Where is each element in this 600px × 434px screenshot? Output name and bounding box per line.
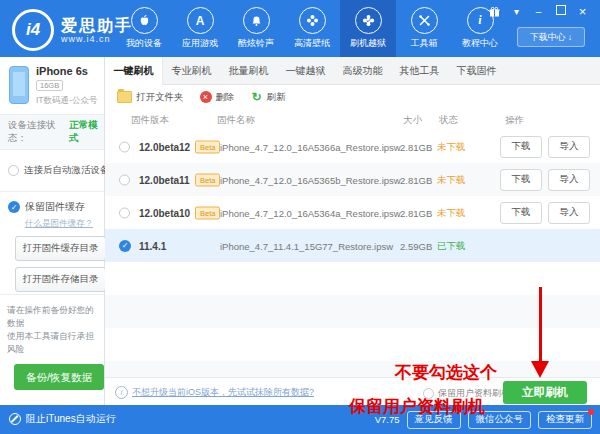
firmware-name: iPhone_4.7_12.0_16A5365b_Restore.ipsw [220, 174, 401, 185]
nav-my-device[interactable]: 我的设备 [116, 0, 172, 57]
download-button[interactable]: 下载 [500, 202, 542, 224]
erase-data-link[interactable]: 不想升级当前iOS版本，先试试抹除所有数据? [132, 386, 314, 399]
row-radio[interactable] [119, 141, 130, 152]
status-value: 正常模式 [69, 119, 104, 145]
nav-apps-games[interactable]: A 应用游戏 [172, 0, 228, 57]
tab-other-tools[interactable]: 其他工具 [391, 57, 448, 84]
status-bar: 阻止iTunes自动运行 V7.75 意见反馈 微信公众号 检查更新 [0, 405, 600, 434]
nav-toolbox[interactable]: 工具箱 [396, 0, 452, 57]
backup-restore-button[interactable]: 备份/恢复数据 [14, 364, 104, 390]
delete-icon: × [200, 91, 212, 103]
cache-help-link[interactable]: 什么是固件缓存？ [25, 218, 104, 230]
open-storage-dir-button[interactable]: 打开固件存储目录 [15, 267, 106, 292]
maximize-button[interactable] [555, 5, 566, 18]
beta-badge: Beta [195, 140, 220, 153]
titlebar: i4 爱思助手 www.i4.cn 我的设备 A 应用游戏 酷炫铃声 [0, 0, 600, 57]
annotation-arrow-line [539, 287, 542, 363]
firmware-size: 2.59GB [400, 240, 432, 251]
check-update-button[interactable]: 检查更新 [538, 411, 592, 429]
download-button[interactable]: 下载 [500, 136, 542, 158]
connection-status: 设备连接状态： 正常模式 [0, 115, 104, 150]
close-button[interactable]: × [577, 6, 588, 18]
refresh-icon: ↻ [251, 91, 263, 103]
block-itunes-option[interactable]: 阻止iTunes自动运行 [9, 412, 116, 426]
firmware-row[interactable]: 12.0beta11 Beta iPhone_4.7_12.0_16A5365b… [105, 163, 600, 197]
download-center-button[interactable]: 下载中心 ↓ [517, 27, 585, 47]
firmware-size: 2.81GB [400, 174, 432, 185]
delete-label: 删除 [216, 91, 235, 104]
update-notification-dot [588, 409, 594, 415]
nav-wallpapers[interactable]: 高清壁纸 [284, 0, 340, 57]
firmware-version: 11.4.1 [139, 240, 166, 251]
beta-badge: Beta [195, 206, 220, 219]
firmware-name: iPhone_4.7_12.0_16A5364a_Restore.ipsw [220, 207, 401, 218]
flash-now-button[interactable]: 立即刷机 [503, 381, 587, 404]
warning-line1: 请在操作前备份好您的数据 [7, 304, 98, 330]
beta-badge: Beta [195, 173, 220, 186]
nav-label: 教程中心 [462, 37, 498, 50]
col-action: 操作 [505, 114, 524, 127]
tab-pro-flash[interactable]: 专业刷机 [163, 57, 220, 84]
device-subtitle: IT数码通-公众号 [36, 95, 97, 107]
cache-section: ✓ 保留固件缓存 什么是固件缓存？ 打开固件缓存目录 打开固件存储目录 [0, 192, 104, 295]
erase-data-tip[interactable]: i 不想升级当前iOS版本，先试试抹除所有数据? [115, 386, 314, 399]
keep-cache-option[interactable]: ✓ 保留固件缓存 [8, 200, 104, 214]
firmware-row[interactable]: 12.0beta12 Beta iPhone_4.7_12.0_16A5366a… [105, 130, 600, 164]
flower-icon [299, 7, 326, 34]
firmware-size: 2.81GB [400, 207, 432, 218]
open-folder-button[interactable]: 打开文件夹 [117, 91, 184, 104]
row-radio[interactable] [119, 174, 130, 185]
nav-ringtones[interactable]: 酷炫铃声 [228, 0, 284, 57]
delete-button[interactable]: × 删除 [200, 91, 235, 104]
import-button[interactable]: 导入 [548, 136, 590, 158]
minimize-button[interactable]: – [533, 6, 544, 18]
empty-row [105, 295, 600, 328]
firmware-size: 2.81GB [400, 141, 432, 152]
empty-row [105, 328, 600, 361]
open-cache-dir-button[interactable]: 打开固件缓存目录 [15, 236, 106, 261]
import-button[interactable]: 导入 [548, 169, 590, 191]
tab-oneclick-flash[interactable]: 一键刷机 [105, 57, 163, 85]
firmware-toolbar: 打开文件夹 × 删除 ↻ 刷新 [105, 84, 600, 110]
bell-icon [243, 7, 270, 34]
auto-activate-option[interactable]: 连接后自动激活设备 [0, 150, 104, 192]
nav-label: 应用游戏 [182, 37, 218, 50]
maximize-box-icon [556, 5, 566, 15]
appstore-icon: A [187, 7, 214, 34]
nav-label: 酷炫铃声 [238, 37, 274, 50]
row-radio[interactable] [119, 207, 130, 218]
download-center-label: 下载中心 [530, 31, 566, 44]
device-name: iPhone 6s [36, 65, 88, 77]
wrench-icon [411, 7, 438, 34]
folder-icon [117, 91, 132, 103]
col-size: 大小 [403, 114, 422, 127]
flash-gear-icon [355, 7, 382, 34]
auto-activate-radio[interactable] [8, 165, 19, 176]
nav-flash-jailbreak[interactable]: 刷机越狱 [340, 0, 396, 57]
main-nav: 我的设备 A 应用游戏 酷炫铃声 高清壁纸 [116, 0, 508, 57]
tab-advanced[interactable]: 高级功能 [334, 57, 391, 84]
app-logo: i4 爱思助手 www.i4.cn [12, 9, 133, 51]
refresh-button[interactable]: ↻ 刷新 [251, 91, 286, 104]
i4-logo-icon: i4 [12, 9, 54, 51]
menu-caret-icon[interactable]: ▾ [511, 6, 522, 18]
download-arrow-icon: ↓ [568, 32, 573, 42]
tab-download-firmware[interactable]: 下载固件 [448, 57, 505, 84]
row-radio-checked[interactable]: ✓ [119, 240, 131, 252]
tab-oneclick-jailbreak[interactable]: 一键越狱 [277, 57, 334, 84]
firmware-status: 未下载 [437, 140, 466, 153]
download-button[interactable]: 下载 [500, 169, 542, 191]
refresh-label: 刷新 [267, 91, 286, 104]
keep-cache-checkbox[interactable]: ✓ [8, 201, 20, 213]
import-button[interactable]: 导入 [548, 202, 590, 224]
firmware-row[interactable]: 12.0beta10 Beta iPhone_4.7_12.0_16A5364a… [105, 196, 600, 230]
empty-row [105, 361, 600, 377]
check-update-label: 检查更新 [546, 413, 584, 426]
tab-batch-flash[interactable]: 批量刷机 [220, 57, 277, 84]
info-circle-icon: i [115, 386, 128, 399]
appstore-letter: A [196, 14, 205, 28]
firmware-name: iPhone_4.7_12.0_16A5366a_Restore.ipsw [220, 141, 401, 152]
gift-icon[interactable] [489, 7, 500, 17]
firmware-row-selected[interactable]: ✓ 11.4.1 iPhone_4.7_11.4.1_15G77_Restore… [105, 229, 600, 263]
annotation-keep-user-data: 保留用户资料刷机 [349, 395, 485, 418]
